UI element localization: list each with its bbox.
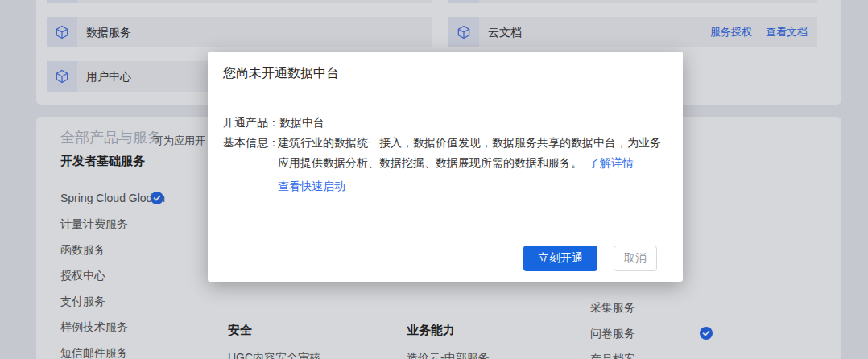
product-row: 开通产品：数据中台 bbox=[223, 114, 324, 130]
info-line-2: 应用提供数据分析、数据挖掘、数据展现所需的数据和服务。 bbox=[278, 156, 582, 169]
dialog-title: 您尚未开通数据中台 bbox=[223, 64, 339, 82]
cancel-button[interactable]: 取消 bbox=[614, 246, 657, 271]
activate-now-button[interactable]: 立刻开通 bbox=[523, 246, 597, 271]
quick-start-link[interactable]: 查看快速启动 bbox=[278, 180, 345, 192]
learn-more-link[interactable]: 了解详情 bbox=[589, 156, 634, 169]
info-line-1: 建筑行业的数据统一接入，数据价值发现，数据服务共享的数据中台，为业务 bbox=[278, 136, 661, 149]
info-text: 建筑行业的数据统一接入，数据价值发现，数据服务共享的数据中台，为业务 应用提供数… bbox=[278, 133, 680, 173]
page: 数据服务 云文档 服务授权 查看文档 用户中心 bbox=[0, 0, 868, 359]
info-label: 基本信息： bbox=[223, 133, 279, 153]
product-label: 开通产品： bbox=[223, 116, 279, 129]
activate-data-platform-dialog: 您尚未开通数据中台 开通产品：数据中台 基本信息： 建筑行业的数据统一接入，数据… bbox=[208, 52, 683, 282]
dialog-divider bbox=[208, 97, 683, 97]
product-value: 数据中台 bbox=[279, 116, 324, 129]
quick-start-row: 查看快速启动 bbox=[278, 178, 345, 194]
